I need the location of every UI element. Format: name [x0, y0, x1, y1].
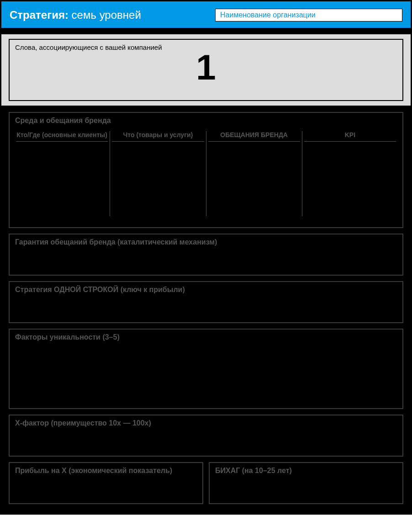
header-divider [1, 28, 411, 34]
bhag-title: БИХАГ (на 10–25 лет) [210, 463, 402, 479]
title-rest: семь уровней [69, 9, 141, 21]
env-col-who-where[interactable]: Кто/Где (основные клиенты) [14, 128, 110, 216]
words-section: Слова, ассоциирующиеся с вашей компанией… [1, 34, 411, 106]
brand-guarantee-panel[interactable]: Гарантия обещаний бренда (каталитический… [9, 234, 403, 276]
one-line-strategy-title: Стратегия ОДНОЙ СТРОКОЙ (ключ к прибыли) [10, 282, 402, 298]
uniqueness-factors-panel[interactable]: Факторы уникальности (3–5) [9, 329, 403, 409]
env-col-label: KPI [304, 131, 396, 142]
strategy-worksheet: Стратегия: семь уровней Слова, ассоцииру… [0, 0, 412, 515]
env-col-label: Кто/Где (основные клиенты) [16, 131, 108, 142]
env-col-label: ОБЕЩАНИЯ БРЕНДА [208, 131, 300, 142]
header-bar: Стратегия: семь уровней [1, 1, 411, 28]
env-col-kpi[interactable]: KPI [302, 128, 398, 216]
bottom-row: Прибыль на Х (экономический показатель) … [9, 462, 403, 504]
bhag-panel[interactable]: БИХАГ (на 10–25 лет) [209, 462, 403, 504]
uniqueness-factors-title: Факторы уникальности (3–5) [10, 330, 402, 345]
x-factor-panel[interactable]: Х-фактор (преимущество 10х — 100х) [9, 415, 403, 457]
env-col-what[interactable]: Что (товары и услуги) [110, 128, 206, 216]
profit-per-x-panel[interactable]: Прибыль на Х (экономический показатель) [9, 462, 203, 504]
level-number: 1 [196, 47, 216, 88]
brand-environment-columns: Кто/Где (основные клиенты) Что (товары и… [10, 128, 402, 216]
brand-environment-title: Среда и обещания бренда [10, 113, 402, 128]
worksheet-body: Среда и обещания бренда Кто/Где (основны… [1, 106, 411, 513]
brand-environment-panel[interactable]: Среда и обещания бренда Кто/Где (основны… [9, 112, 403, 228]
profit-per-x-title: Прибыль на Х (экономический показатель) [10, 463, 202, 479]
env-col-label: Что (товары и услуги) [112, 131, 204, 142]
page-title: Стратегия: семь уровней [10, 9, 141, 21]
env-col-brand-promise[interactable]: ОБЕЩАНИЯ БРЕНДА [206, 128, 302, 216]
brand-guarantee-title: Гарантия обещаний бренда (каталитический… [10, 234, 402, 250]
one-line-strategy-panel[interactable]: Стратегия ОДНОЙ СТРОКОЙ (ключ к прибыли) [9, 281, 403, 323]
x-factor-title: Х-фактор (преимущество 10х — 100х) [10, 415, 402, 431]
words-panel[interactable]: Слова, ассоциирующиеся с вашей компанией… [9, 39, 403, 101]
organization-name-input[interactable] [215, 9, 402, 21]
title-bold: Стратегия: [10, 9, 69, 21]
